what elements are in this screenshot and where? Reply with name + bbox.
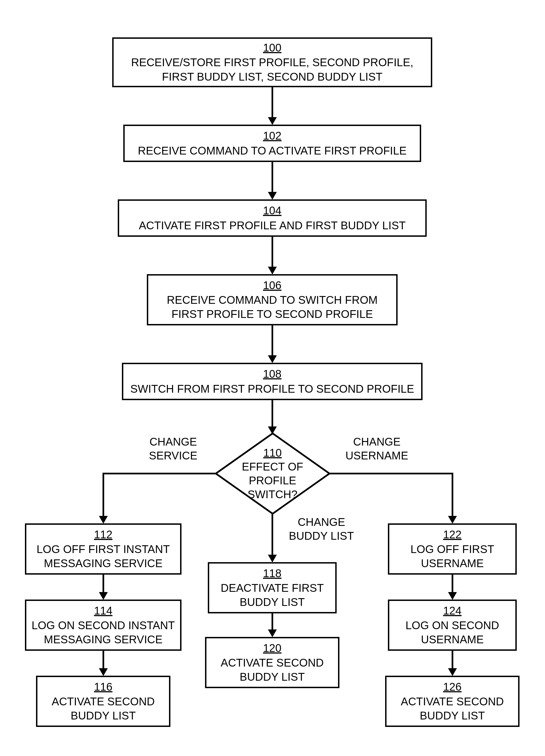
connector [271,400,273,428]
step-text: ACTIVATE SECONDBUDDY LIST [401,695,504,723]
arrowhead-icon [268,629,277,637]
step-num: 110 [263,446,282,460]
step-text: EFFECT OFPROFILESWITCH? [242,460,303,501]
step-text: DEACTIVATE FIRSTBUDDY LIST [221,581,324,609]
arrowhead-icon [99,668,108,676]
arrowhead-icon [268,426,277,434]
connector [452,473,453,517]
step-num: 100 [263,41,282,55]
step-120: 120 ACTIVATE SECONDBUDDY LIST [205,637,340,688]
step-122: 122 LOG OFF FIRSTUSERNAME [388,523,517,575]
step-text: ACTIVATE FIRST PROFILE AND FIRST BUDDY L… [139,218,406,233]
step-text: LOG ON SECONDUSERNAME [406,618,499,647]
step-114: 114 LOG ON SECOND INSTANTMESSAGING SERVI… [25,600,181,651]
step-num: 112 [94,528,112,542]
step-num: 108 [263,367,282,381]
arrowhead-icon [99,592,108,600]
connector [271,237,273,267]
step-text: LOG OFF FIRST INSTANTMESSAGING SERVICE [37,542,170,570]
connector [102,473,104,517]
arrowhead-icon [448,668,457,676]
label-change-username: CHANGEUSERNAME [340,435,414,462]
connector [102,473,216,474]
step-116: 116 ACTIVATE SECONDBUDDY LIST [36,676,170,727]
step-text: ACTIVATE SECONDBUDDY LIST [52,695,155,723]
connector [271,514,273,555]
step-100: 100 RECEIVE/STORE FIRST PROFILE, SECOND … [112,37,432,87]
step-text: LOG ON SECOND INSTANTMESSAGING SERVICE [32,618,175,647]
arrowhead-icon [268,192,277,200]
connector [329,473,453,474]
arrowhead-icon [268,355,277,363]
step-num: 124 [443,604,462,618]
connector [452,651,453,669]
connector [102,651,104,669]
step-text: RECEIVE/STORE FIRST PROFILE, SECOND PROF… [131,55,413,84]
connector [271,325,273,356]
step-text: RECEIVE COMMAND TO ACTIVATE FIRST PROFIL… [138,144,407,158]
step-num: 126 [443,680,462,694]
connector [102,575,104,593]
arrowhead-icon [99,516,108,524]
step-num: 116 [94,680,112,694]
step-108: 108 SWITCH FROM FIRST PROFILE TO SECOND … [122,363,423,400]
step-104: 104 ACTIVATE FIRST PROFILE AND FIRST BUD… [118,199,427,237]
arrowhead-icon [448,516,457,524]
label-change-service: CHANGESERVICE [141,435,205,462]
step-num: 122 [443,528,462,542]
step-num: 106 [263,278,282,292]
step-118: 118 DEACTIVATE FIRSTBUDDY LIST [208,562,337,613]
arrowhead-icon [268,555,277,562]
connector [271,87,273,118]
connector [271,613,273,630]
step-126: 126 ACTIVATE SECONDBUDDY LIST [385,676,520,727]
arrowhead-icon [448,592,457,600]
step-num: 120 [263,641,282,655]
label-change-buddy-list: CHANGEBUDDY LIST [283,515,360,543]
step-text: RECEIVE COMMAND TO SWITCH FROMFIRST PROF… [167,293,378,321]
arrowhead-icon [268,267,277,274]
step-text: LOG OFF FIRSTUSERNAME [410,542,494,570]
step-106: 106 RECEIVE COMMAND TO SWITCH FROMFIRST … [147,274,398,325]
step-112: 112 LOG OFF FIRST INSTANTMESSAGING SERVI… [25,523,181,575]
step-text: SWITCH FROM FIRST PROFILE TO SECOND PROF… [130,382,414,396]
arrowhead-icon [268,117,277,125]
connector [452,575,453,593]
step-num: 114 [94,604,112,618]
decision-110: 110 EFFECT OFPROFILESWITCH? [214,432,331,515]
connector [271,162,273,192]
step-text: ACTIVATE SECONDBUDDY LIST [221,656,324,684]
step-num: 118 [263,566,282,580]
step-102: 102 RECEIVE COMMAND TO ACTIVATE FIRST PR… [123,125,421,162]
step-num: 102 [263,129,282,143]
step-124: 124 LOG ON SECONDUSERNAME [388,600,517,651]
step-num: 104 [263,204,282,218]
